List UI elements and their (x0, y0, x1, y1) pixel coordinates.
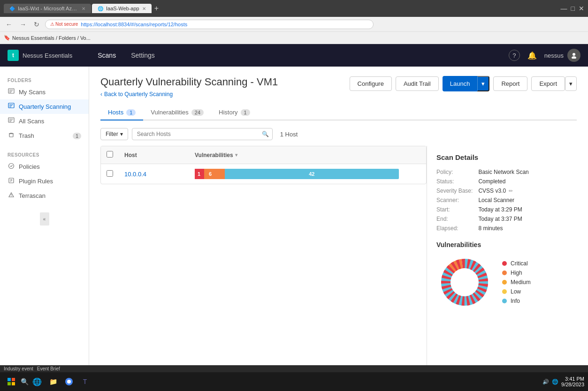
sidebar-item-terrascan[interactable]: Terrascan (0, 188, 89, 203)
filter-chevron-icon: ▾ (120, 131, 123, 137)
scanner-label: Scanner: (436, 197, 473, 203)
filter-bar: Filter ▾ 🔍 1 Host (100, 128, 577, 140)
taskbar-icon-chrome[interactable] (62, 375, 76, 388)
search-input[interactable] (132, 128, 273, 140)
donut-chart (436, 254, 493, 310)
trash-badge: 1 (73, 133, 81, 139)
user-avatar[interactable] (567, 49, 580, 62)
table-vuln-header: Vulnerabilities ▾ (189, 146, 409, 164)
svg-point-32 (67, 380, 71, 383)
all-scans-label: All Scans (19, 118, 44, 125)
nav-item-scans[interactable]: Scans (91, 48, 122, 63)
severity-value: CVSS v3.0 ✏ (478, 188, 567, 194)
row-checkbox[interactable] (107, 170, 113, 177)
vuln-section-title: Vulnerabilities (436, 241, 567, 248)
sidebar-collapse-button[interactable]: « (40, 212, 49, 226)
tab-close-1[interactable]: ✕ (82, 6, 85, 11)
status-label: Status: (436, 178, 473, 185)
severity-label: Severity Base: (436, 188, 473, 194)
quarterly-icon (8, 103, 15, 111)
back-button[interactable]: ← (4, 20, 14, 29)
svg-point-15 (9, 164, 14, 169)
user-info: nessus (544, 49, 580, 62)
sort-icon[interactable]: ▾ (235, 152, 237, 158)
svg-rect-30 (12, 382, 15, 385)
breadcrumb[interactable]: ‹ Back to Quarterly Scanning (100, 91, 278, 98)
trash-icon (8, 132, 15, 140)
host-ip[interactable]: 10.0.0.4 (124, 171, 146, 178)
severity-edit-button[interactable]: ✏ (509, 188, 513, 194)
search-wrapper: 🔍 (132, 128, 273, 140)
close-button[interactable]: ✕ (579, 5, 584, 12)
sidebar-item-quarterly-scanning[interactable]: Quarterly Scanning (0, 99, 89, 114)
notifications-button[interactable]: 🔔 (527, 51, 537, 60)
vuln-cell: 1 6 42 (189, 164, 409, 184)
export-button[interactable]: Export (531, 76, 565, 91)
policy-value: Basic Network Scan (478, 169, 567, 175)
forward-button[interactable]: → (18, 20, 28, 29)
info-bar: 42 (225, 169, 399, 179)
search-icon: 🔍 (262, 131, 269, 137)
sidebar-item-my-scans[interactable]: My Scans (0, 85, 89, 99)
audit-trail-button[interactable]: Audit Trail (396, 76, 439, 91)
history-badge: 1 (241, 109, 250, 116)
browser-tab-1[interactable]: 🔷 IaaS-Wxt - Microsoft Azure ✕ (4, 4, 91, 13)
tenable-logo-icon: t (8, 50, 19, 61)
legend-critical: Critical (502, 260, 531, 267)
browser-chrome: 🔷 IaaS-Wxt - Microsoft Azure ✕ 🌐 IaaS-We… (0, 0, 588, 17)
legend-medium: Medium (502, 279, 531, 286)
hosts-table: Host Vulnerabilities ▾ (100, 146, 427, 184)
nav-item-settings[interactable]: Settings (124, 48, 161, 63)
minimize-button[interactable]: — (561, 5, 567, 12)
sidebar-item-trash[interactable]: Trash 1 (0, 128, 89, 143)
select-all-checkbox[interactable] (107, 151, 113, 158)
row-checkbox-cell (101, 164, 119, 184)
taskbar-search-button[interactable]: 🔍 (21, 378, 29, 385)
table-row: 10.0.0.4 1 (101, 164, 426, 184)
help-button[interactable]: ? (509, 50, 520, 61)
medium-dot (502, 280, 507, 285)
browser-tab-2[interactable]: 🌐 IaaS-Web-app ✕ (92, 4, 152, 13)
tab-hosts[interactable]: Hosts 1 (100, 105, 143, 120)
vuln-bar-container: 1 6 42 (195, 169, 404, 179)
table-actions-header (409, 146, 426, 164)
export-dropdown-button[interactable]: ▾ (565, 76, 577, 91)
start-button[interactable] (4, 374, 19, 389)
tab-vulnerabilities[interactable]: Vulnerabilities 24 (143, 105, 211, 120)
tab-close-2[interactable]: ✕ (142, 6, 146, 11)
taskbar: 🔍 🌐 📁 T 🔊 🌐 3:41 PM 9/28/2023 (0, 372, 588, 391)
maximize-button[interactable]: □ (571, 5, 575, 12)
taskbar-icon-teams[interactable]: T (78, 375, 92, 388)
sidebar-item-policies[interactable]: Policies (0, 159, 89, 174)
report-button[interactable]: Report (493, 76, 527, 91)
taskbar-icon-edge[interactable]: 🌐 (31, 375, 44, 388)
sidebar-item-all-scans[interactable]: All Scans (0, 114, 89, 128)
all-scans-icon (8, 117, 15, 125)
end-label: End: (436, 216, 473, 222)
plugin-rules-label: Plugin Rules (19, 178, 53, 185)
not-secure-badge: ⚠ Not secure (50, 22, 78, 27)
address-bar[interactable]: ⚠ Not secure https://localhost:8834/#/sc… (45, 20, 374, 29)
launch-button-group: Launch ▾ (443, 76, 490, 91)
sidebar-item-plugin-rules[interactable]: Plugin Rules (0, 174, 89, 188)
launch-dropdown-button[interactable]: ▾ (477, 76, 489, 91)
tabs: Hosts 1 Vulnerabilities 24 History 1 (100, 105, 577, 120)
svg-point-22 (11, 196, 11, 196)
launch-button[interactable]: Launch (443, 76, 478, 91)
policies-label: Policies (19, 163, 40, 170)
critical-dot (502, 261, 507, 266)
folders-label: FOLDERS (0, 74, 89, 85)
app: t Nessus Essentials Scans Settings ? 🔔 n… (0, 44, 588, 391)
notification-text: Industry event (4, 366, 33, 371)
tab-history[interactable]: History 1 (211, 105, 258, 120)
table: Host Vulnerabilities ▾ (101, 146, 426, 184)
reload-button[interactable]: ↻ (32, 20, 41, 29)
configure-button[interactable]: Configure (350, 76, 392, 91)
filter-button[interactable]: Filter ▾ (100, 128, 128, 140)
top-nav: t Nessus Essentials Scans Settings ? 🔔 n… (0, 44, 588, 67)
bookmark-item[interactable]: 🔖 Nessus Essentials / Folders / Vo... (4, 35, 91, 41)
svg-rect-28 (12, 378, 15, 381)
content: Quarterly Vulnerability Scanning - VM1 ‹… (89, 67, 588, 391)
taskbar-icon-explorer[interactable]: 📁 (46, 375, 60, 388)
new-tab-button[interactable]: + (153, 4, 160, 13)
